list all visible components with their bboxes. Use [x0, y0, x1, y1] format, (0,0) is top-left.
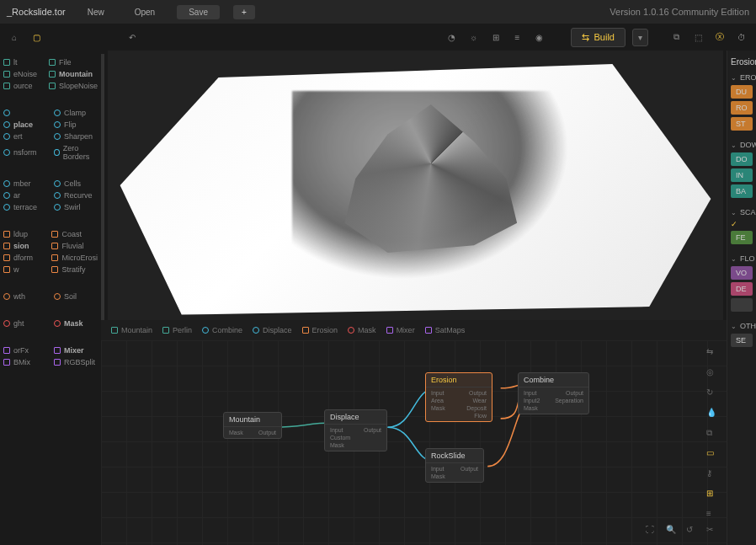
node-item-rgbsplit[interactable]: RGBSplit [54, 357, 98, 367]
node-item-sharpen[interactable]: Sharpen [54, 131, 98, 142]
home-icon[interactable]: ⌂ [7, 29, 22, 45]
node-item-sion[interactable]: sion [3, 241, 45, 251]
node-item-slopenoise[interactable]: SlopeNoise [49, 81, 98, 91]
node-item-mber[interactable]: mber [3, 179, 47, 189]
node-item-microerosi[interactable]: MicroErosi [51, 253, 98, 263]
undo-icon[interactable]: ↶ [125, 29, 140, 45]
rp-btn-st[interactable]: ST [731, 117, 753, 131]
node-item-coast[interactable]: Coast [51, 229, 98, 239]
sliders-icon[interactable]: ≡ [510, 29, 525, 45]
node-item-file[interactable]: File [49, 57, 98, 67]
nodebar-satmaps[interactable]: SatMaps [425, 326, 466, 334]
node-item-ldup[interactable]: ldup [3, 229, 45, 239]
zoom-icon[interactable]: 🔍 [666, 525, 679, 538]
graph-node-displace[interactable]: Displace InputOutput Custom Mask [324, 409, 387, 451]
version-label: Version 1.0.16 Community Edition [610, 7, 749, 17]
nodebar: MountainPerlinCombineDisplaceErosionMask… [101, 320, 727, 340]
node-item-terrace[interactable]: terrace [3, 202, 47, 212]
node-item-mountain[interactable]: Mountain [49, 69, 98, 79]
rp-btn-du[interactable]: DU [731, 85, 753, 99]
node-item-nsform[interactable]: nsform [3, 143, 47, 162]
build-button[interactable]: ⇆Build [571, 28, 626, 47]
cube-icon[interactable]: ⬚ [690, 29, 705, 45]
save-button[interactable]: Save [177, 5, 220, 19]
rp-btn-fe[interactable]: FE [731, 231, 753, 244]
layers-icon[interactable]: ⧉ [706, 428, 720, 441]
node-item-bmix[interactable]: BMix [3, 357, 47, 367]
camera-icon[interactable]: ◉ [532, 29, 547, 45]
copy-icon[interactable]: ⧉ [668, 29, 684, 45]
node-item-mixer[interactable]: Mixer [54, 345, 98, 355]
node-item-ar[interactable]: ar [3, 190, 47, 200]
menu-icon[interactable]: ≡ [706, 509, 720, 522]
globe-icon[interactable]: ◔ [445, 29, 460, 45]
drop-icon[interactable]: 💧 [706, 408, 720, 421]
rp-checkbox[interactable]: ✓ [731, 220, 753, 228]
rp-btn-se[interactable]: SE [731, 334, 753, 347]
node-item-soil[interactable]: Soil [54, 291, 98, 302]
node-item-enoise[interactable]: eNoise [3, 69, 42, 79]
graph-node-erosion[interactable]: Erosion InputOutput AreaWear MaskDeposit… [425, 372, 492, 422]
graph-node-combine[interactable]: Combine InputOutput Input2Separation Mas… [518, 372, 589, 414]
fit-icon[interactable]: ⛶ [646, 525, 659, 538]
refresh-icon[interactable]: ↻ [706, 387, 720, 401]
viewport[interactable] [108, 51, 723, 320]
node-item-ert[interactable]: ert [3, 131, 47, 142]
nodebar-mask[interactable]: Mask [348, 326, 376, 334]
grid-icon[interactable]: ⊞ [706, 489, 720, 502]
node-item-zero borders[interactable]: Zero Borders [54, 143, 98, 162]
close-circle-icon[interactable]: ⓧ [712, 29, 727, 45]
open-button[interactable]: Open [126, 5, 163, 19]
nodebar-mountain[interactable]: Mountain [111, 326, 152, 334]
ruler[interactable] [101, 54, 104, 320]
plus-button[interactable]: + [233, 5, 255, 19]
rp-btn-ba[interactable]: BA [731, 184, 753, 198]
node-item-fluvial[interactable]: Fluvial [51, 241, 98, 251]
rp-btn-ro[interactable]: RO [731, 101, 753, 115]
folder-icon[interactable]: ▭ [706, 448, 720, 462]
node-item-w[interactable]: w [3, 264, 45, 275]
node-item-ource[interactable]: ource [3, 81, 42, 91]
node-item-swirl[interactable]: Swirl [54, 202, 98, 212]
rp-btn-vo[interactable]: VO [731, 266, 753, 280]
timer-icon[interactable]: ⏱ [734, 29, 749, 45]
right-panel: Erosion ⌄ERO DU RO ST ⌄DOW DO IN BA ⌄SCA… [727, 51, 756, 545]
node-item-clamp[interactable]: Clamp [54, 108, 98, 118]
graph-node-mountain[interactable]: Mountain MaskOutput [223, 412, 282, 439]
reset-icon[interactable]: ↺ [686, 525, 700, 538]
node-item-cells[interactable]: Cells [54, 179, 98, 189]
graph-node-rockslide[interactable]: RockSlide InputOutput Mask [425, 448, 484, 483]
main: ltFileeNoiseMountainourceSlopeNoise Clam… [0, 51, 756, 545]
nodebar-erosion[interactable]: Erosion [302, 326, 338, 334]
node-item-stratify[interactable]: Stratify [51, 264, 98, 275]
node-item-mask[interactable]: Mask [54, 318, 98, 329]
node-graph[interactable]: Mountain MaskOutput Displace InputOutput… [101, 340, 727, 545]
node-item-flip[interactable]: Flip [54, 120, 98, 130]
nodebar-perlin[interactable]: Perlin [162, 326, 192, 334]
new-button[interactable]: New [79, 5, 113, 19]
node-item-ght[interactable]: ght [3, 318, 47, 329]
cut-icon[interactable]: ✂ [706, 525, 720, 538]
histogram-icon[interactable]: ⊞ [488, 29, 503, 45]
rp-btn-do[interactable]: DO [731, 152, 753, 166]
rp-field[interactable] [731, 298, 753, 312]
view-icon[interactable]: ▢ [29, 29, 44, 45]
node-item-dform[interactable]: dform [3, 253, 45, 263]
target-icon[interactable]: ◎ [706, 367, 720, 381]
node-item-wth[interactable]: wth [3, 291, 47, 302]
rp-btn-de[interactable]: DE [731, 282, 753, 296]
nodebar-displace[interactable]: Displace [253, 326, 292, 334]
topbar: _Rockslide.tor New Open Save + Version 1… [0, 0, 756, 24]
node-item-[interactable] [3, 108, 47, 118]
node-item-lt[interactable]: lt [3, 57, 42, 67]
nodebar-mixer[interactable]: Mixer [386, 326, 415, 334]
sun-icon[interactable]: ☼ [466, 29, 482, 45]
tree-icon[interactable]: ⚷ [706, 468, 720, 482]
node-item-place[interactable]: place [3, 120, 47, 130]
rp-btn-in[interactable]: IN [731, 168, 753, 182]
sync-icon[interactable]: ⇆ [706, 347, 720, 361]
node-item-orfx[interactable]: orFx [3, 345, 47, 355]
nodebar-combine[interactable]: Combine [202, 326, 242, 334]
build-dropdown[interactable]: ▾ [632, 29, 648, 46]
node-item-recurve[interactable]: Recurve [54, 190, 98, 200]
